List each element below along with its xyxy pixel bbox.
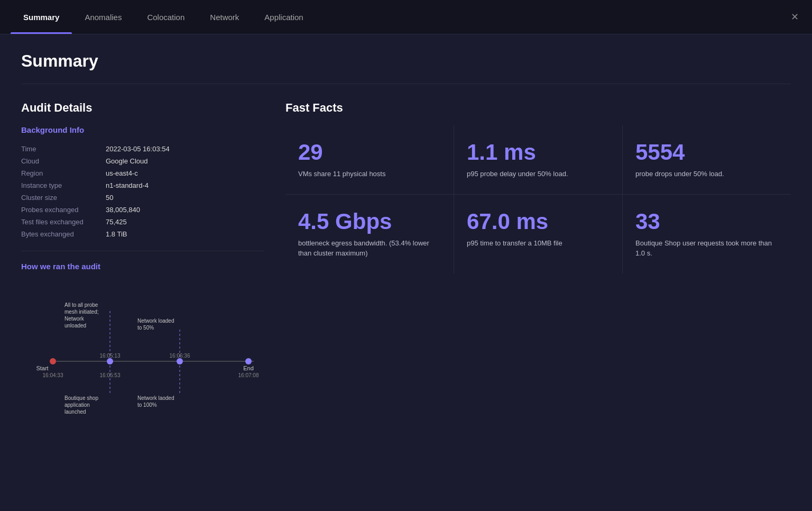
fact-description-2: probe drops under 50% load. [635, 169, 778, 179]
svg-text:Network loaded: Network loaded [137, 318, 174, 324]
fast-facts-heading: Fast Facts [285, 101, 791, 115]
tab-application[interactable]: Application [252, 0, 316, 34]
fact-number-0: 29 [298, 140, 441, 165]
fact-number-4: 67.0 ms [467, 209, 610, 234]
table-row: Instance type n1-standard-4 [21, 179, 264, 191]
tab-bar: Summary Anomalies Colocation Network App… [0, 0, 812, 34]
section-divider [21, 251, 264, 251]
fast-fact-cell-3: 4.5 Gbps bottleneck egress bandwidth. (5… [285, 195, 454, 273]
fast-facts-grid: 29 VMs share 11 physical hosts 1.1 ms p9… [285, 125, 791, 273]
field-label: Cluster size [21, 191, 106, 204]
svg-text:unloaded: unloaded [64, 323, 86, 328]
background-info-table: Time 2022-03-05 16:03:54 Cloud Google Cl… [21, 143, 264, 240]
fact-description-0: VMs share 11 physical hosts [298, 169, 441, 179]
tab-summary[interactable]: Summary [11, 0, 72, 34]
fact-description-3: bottleneck egress bandwidth. (53.4% lowe… [298, 238, 441, 259]
fact-number-3: 4.5 Gbps [298, 209, 441, 234]
field-label: Region [21, 167, 106, 179]
field-label: Probes exchanged [21, 204, 106, 216]
field-label: Cloud [21, 155, 106, 167]
table-row: Bytes exchanged 1.8 TiB [21, 228, 264, 240]
fact-description-1: p95 probe delay under 50% load. [467, 169, 610, 179]
table-row: Probes exchanged 38,005,840 [21, 204, 264, 216]
fact-number-2: 5554 [635, 140, 778, 165]
svg-point-7 [177, 358, 183, 364]
svg-text:Start: Start [36, 365, 48, 371]
svg-text:application: application [64, 402, 90, 408]
svg-text:to 100%: to 100% [137, 402, 157, 408]
fast-fact-cell-1: 1.1 ms p95 probe delay under 50% load. [454, 125, 622, 194]
svg-point-5 [50, 358, 56, 364]
fast-fact-cell-4: 67.0 ms p95 time to transfer a 10MB file [454, 195, 622, 273]
page-title: Summary [21, 51, 791, 71]
timeline-diagram: Start 16:04:33 16:05:13 16:05:53 All to … [21, 279, 264, 417]
left-panel: Audit Details Background Info Time 2022-… [21, 101, 264, 418]
svg-text:16:07:08: 16:07:08 [238, 372, 259, 378]
field-value: us-east4-c [106, 167, 264, 179]
fact-number-5: 33 [635, 209, 778, 234]
svg-text:16:05:13: 16:05:13 [100, 353, 121, 359]
table-row: Cloud Google Cloud [21, 155, 264, 167]
fast-fact-cell-0: 29 VMs share 11 physical hosts [285, 125, 454, 194]
field-label: Test files exchanged [21, 216, 106, 228]
svg-point-8 [245, 358, 252, 364]
svg-text:to 50%: to 50% [137, 325, 154, 331]
svg-text:16:05:53: 16:05:53 [100, 372, 121, 378]
fact-number-1: 1.1 ms [467, 140, 610, 165]
field-label: Time [21, 143, 106, 155]
field-label: Instance type [21, 179, 106, 191]
fact-description-5: Boutique Shop user requests took more th… [635, 238, 778, 259]
background-info-label: Background Info [21, 125, 264, 134]
audit-details-heading: Audit Details [21, 101, 264, 115]
field-value: 75,425 [106, 216, 264, 228]
field-label: Bytes exchanged [21, 228, 106, 240]
fast-fact-cell-5: 33 Boutique Shop user requests took more… [623, 195, 791, 273]
title-divider [21, 84, 791, 84]
background-info-section: Background Info Time 2022-03-05 16:03:54… [21, 125, 264, 240]
main-content: Summary Audit Details Background Info Ti… [0, 34, 812, 435]
table-row: Test files exchanged 75,425 [21, 216, 264, 228]
svg-text:16:04:33: 16:04:33 [43, 372, 63, 378]
field-value: 2022-03-05 16:03:54 [106, 143, 264, 155]
svg-text:Network laoded: Network laoded [137, 395, 174, 401]
fast-fact-cell-2: 5554 probe drops under 50% load. [623, 125, 791, 194]
field-value: 1.8 TiB [106, 228, 264, 240]
svg-text:Boutique shop: Boutique shop [64, 395, 98, 401]
svg-text:mesh initiated;: mesh initiated; [64, 309, 98, 315]
how-we-ran-label: How we ran the audit [21, 262, 264, 271]
table-row: Cluster size 50 [21, 191, 264, 204]
right-panel: Fast Facts 29 VMs share 11 physical host… [285, 101, 791, 418]
svg-text:Network: Network [64, 316, 85, 322]
svg-text:launched: launched [64, 409, 86, 415]
content-layout: Audit Details Background Info Time 2022-… [21, 101, 791, 418]
table-row: Time 2022-03-05 16:03:54 [21, 143, 264, 155]
close-button[interactable]: ✕ [788, 8, 801, 25]
tab-colocation[interactable]: Colocation [134, 0, 197, 34]
svg-text:End: End [243, 365, 254, 371]
svg-text:All to all probe: All to all probe [64, 302, 98, 308]
field-value: 50 [106, 191, 264, 204]
svg-point-6 [107, 358, 113, 364]
table-row: Region us-east4-c [21, 167, 264, 179]
field-value: 38,005,840 [106, 204, 264, 216]
how-we-ran-section: How we ran the audit [21, 262, 264, 418]
fact-description-4: p95 time to transfer a 10MB file [467, 238, 610, 249]
svg-text:16:06:36: 16:06:36 [170, 353, 190, 359]
field-value: n1-standard-4 [106, 179, 264, 191]
tab-network[interactable]: Network [197, 0, 252, 34]
tab-anomalies[interactable]: Anomalies [72, 0, 134, 34]
field-value: Google Cloud [106, 155, 264, 167]
